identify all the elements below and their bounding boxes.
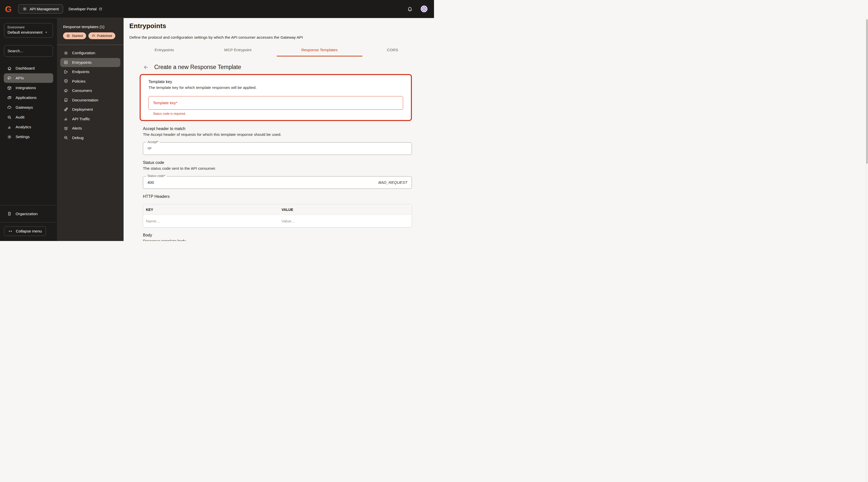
tab-mcp-entrypoint[interactable]: MCP Entrypoint <box>224 48 251 52</box>
tab-entrypoints[interactable]: Entrypoints <box>154 48 174 52</box>
body-description: Response template body. <box>143 239 412 241</box>
status-code-hint: BAD_REQUEST <box>378 180 407 185</box>
chevron-down-icon <box>45 31 48 34</box>
developer-portal-link[interactable]: Developer Portal <box>68 7 102 11</box>
bar-chart-icon <box>64 117 68 121</box>
sidebar-item-label: Dashboard <box>16 66 35 70</box>
badge-label: Published <box>97 34 112 38</box>
template-key-description: The template key for which template resp… <box>149 85 403 90</box>
column-header-value: VALUE <box>279 204 412 215</box>
sidebar-item-label: Audit <box>16 115 24 120</box>
developer-portal-label: Developer Portal <box>68 7 97 11</box>
bar-chart-icon <box>7 125 12 130</box>
page-subtitle: Define the protocol and configuration se… <box>129 35 434 40</box>
box-arrow-in-icon <box>64 60 68 65</box>
http-headers-table: KEY VALUE <box>143 204 412 227</box>
windows-icon <box>7 95 12 100</box>
sidebar-item-analytics[interactable]: Analytics <box>4 122 53 132</box>
sidebar-item-apis[interactable]: APIs <box>4 73 53 83</box>
gear-icon <box>22 6 27 11</box>
accept-input[interactable] <box>148 147 407 151</box>
status-code-heading: Status code <box>143 160 412 165</box>
menu-item-configuration[interactable]: Configuration <box>60 49 120 58</box>
header-value-input[interactable] <box>282 219 409 223</box>
status-code-input[interactable] <box>148 180 378 185</box>
menu-item-label: Configuration <box>72 51 95 55</box>
notifications-bell-icon[interactable] <box>407 6 413 12</box>
main-sidebar: Environment Default environment Dashboar… <box>0 18 57 241</box>
status-badge-started: Started <box>63 32 86 39</box>
template-key-error-text: Status code is required. <box>153 112 403 116</box>
http-headers-section: HTTP Headers KEY VALUE <box>143 194 412 227</box>
gear-icon <box>64 51 68 56</box>
tab-cors[interactable]: CORS <box>387 48 398 52</box>
menu-item-label: Alerts <box>72 126 82 131</box>
menu-item-documentation[interactable]: Documentation <box>60 96 120 105</box>
environment-value: Default environment <box>7 30 42 35</box>
sidebar-item-gateways[interactable]: Gateways <box>4 103 53 112</box>
header-key-input[interactable] <box>146 219 276 223</box>
menu-item-label: Consumers <box>72 88 92 93</box>
sidebar-item-label: Settings <box>16 134 30 139</box>
shield-star-icon <box>64 79 68 84</box>
menu-item-label: API Traffic <box>72 117 90 121</box>
book-icon <box>64 98 68 102</box>
sidebar-item-label: APIs <box>16 76 24 80</box>
home-icon <box>7 66 12 71</box>
menu-item-policies[interactable]: Policies <box>60 77 120 86</box>
accept-heading: Accept header to match <box>143 127 412 131</box>
sidebar-item-settings[interactable]: Settings <box>4 132 53 141</box>
menu-item-debug[interactable]: Debug <box>60 133 120 142</box>
sidebar-item-applications[interactable]: Applications <box>4 93 53 102</box>
menu-item-label: Deployment <box>72 107 93 112</box>
http-headers-table-head: KEY VALUE <box>143 204 412 215</box>
tab-response-templates[interactable]: Response Templates <box>301 48 338 52</box>
cloud-icon <box>7 105 12 110</box>
menu-item-endpoints[interactable]: Endpoints <box>60 67 120 76</box>
api-panel-title: Response templates (1) <box>57 18 124 29</box>
status-code-field: Status code* BAD_REQUEST <box>143 176 412 189</box>
sidebar-item-organization[interactable]: Organization <box>0 205 57 222</box>
body-section: Body Response template body. <box>143 233 412 241</box>
status-code-description: The status code sent to the API consumer… <box>143 166 412 171</box>
rocket-icon <box>64 107 68 112</box>
gear-icon <box>7 134 12 139</box>
template-key-error-card: Template key The template key for which … <box>140 74 412 121</box>
active-tab-underline <box>277 56 363 57</box>
status-badge-published: Published <box>88 32 115 39</box>
sidebar-item-dashboard[interactable]: Dashboard <box>4 64 53 73</box>
template-key-input[interactable] <box>153 101 399 105</box>
template-key-field <box>149 96 403 110</box>
menu-item-deployment[interactable]: Deployment <box>60 105 120 114</box>
menu-item-consumers[interactable]: Consumers <box>60 86 120 95</box>
sidebar-item-audit[interactable]: Audit <box>4 113 53 122</box>
menu-item-label: Debug <box>72 135 84 140</box>
alarm-clock-icon <box>64 126 68 131</box>
api-management-button[interactable]: API Management <box>18 4 63 13</box>
sidebar-item-integrations[interactable]: Integrations <box>4 83 53 93</box>
user-avatar[interactable] <box>421 5 428 12</box>
menu-item-label: Documentation <box>72 98 98 102</box>
menu-item-entrypoints[interactable]: Entrypoints <box>60 58 120 67</box>
environment-label: Environment <box>7 26 50 29</box>
search-check-icon <box>64 135 68 140</box>
environment-selector[interactable]: Environment Default environment <box>4 23 53 38</box>
search-check-icon <box>7 115 12 120</box>
sidebar-item-label: Applications <box>16 95 37 100</box>
body-heading: Body <box>143 233 412 237</box>
external-link-icon <box>99 7 102 11</box>
api-menu-panel: Response templates (1) StartedPublished … <box>57 18 124 241</box>
topbar: G API Management Developer Portal <box>0 0 434 18</box>
search-input[interactable] <box>7 49 58 53</box>
collapse-menu-button[interactable]: Collapse menu <box>4 226 46 236</box>
api-menu-nav: ConfigurationEntrypointsEndpointsPolicie… <box>57 49 124 142</box>
menu-item-api-traffic[interactable]: API Traffic <box>60 115 120 124</box>
menu-item-alerts[interactable]: Alerts <box>60 124 120 133</box>
create-template-title: Create a new Response Template <box>154 64 241 70</box>
cloud-gear-icon <box>7 76 12 81</box>
status-code-section: Status code The status code sent to the … <box>143 160 412 189</box>
accept-section: Accept header to match The Accept header… <box>143 127 412 155</box>
sidebar-search[interactable] <box>4 45 53 57</box>
accept-field-label: Accept* <box>146 140 159 144</box>
back-arrow-icon[interactable] <box>143 65 149 70</box>
